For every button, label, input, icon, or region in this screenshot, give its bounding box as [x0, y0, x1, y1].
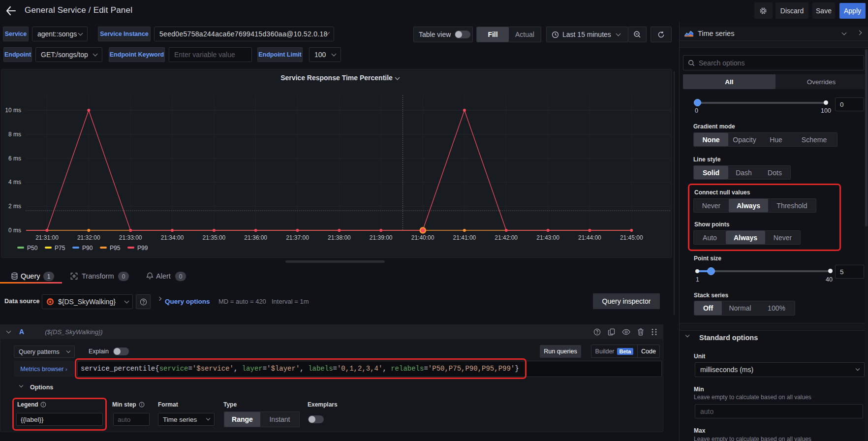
svg-text:21:37:00: 21:37:00 [286, 234, 309, 241]
svg-text:21:35:00: 21:35:00 [203, 234, 226, 241]
svg-text:21:45:00: 21:45:00 [620, 234, 643, 241]
svg-text:21:36:00: 21:36:00 [244, 234, 267, 241]
svg-text:21:31:00: 21:31:00 [35, 234, 59, 241]
svg-text:10 ms: 10 ms [5, 107, 21, 114]
svg-text:21:32:00: 21:32:00 [77, 234, 100, 241]
svg-text:P75: P75 [55, 245, 65, 252]
svg-text:2 ms: 2 ms [8, 203, 21, 210]
svg-text:8 ms: 8 ms [8, 131, 21, 138]
svg-text:21:38:00: 21:38:00 [328, 234, 351, 241]
svg-text:21:34:00: 21:34:00 [161, 234, 184, 241]
svg-text:P99: P99 [137, 245, 148, 252]
svg-text:21:40:00: 21:40:00 [411, 234, 434, 241]
svg-text:Service Response Time Percenti: Service Response Time Percentile [280, 74, 393, 82]
svg-text:21:42:00: 21:42:00 [495, 234, 518, 241]
svg-text:21:44:00: 21:44:00 [578, 234, 601, 241]
svg-text:21:33:00: 21:33:00 [119, 234, 142, 241]
svg-text:6 ms: 6 ms [8, 155, 21, 162]
svg-text:P50: P50 [27, 245, 38, 252]
svg-text:21:41:00: 21:41:00 [453, 234, 476, 241]
svg-text:0 ms: 0 ms [8, 227, 21, 234]
svg-text:P95: P95 [110, 245, 121, 252]
svg-text:21:43:00: 21:43:00 [536, 234, 559, 241]
svg-text:21:39:00: 21:39:00 [370, 234, 393, 241]
svg-text:4 ms: 4 ms [8, 179, 21, 186]
svg-text:P90: P90 [82, 245, 93, 252]
